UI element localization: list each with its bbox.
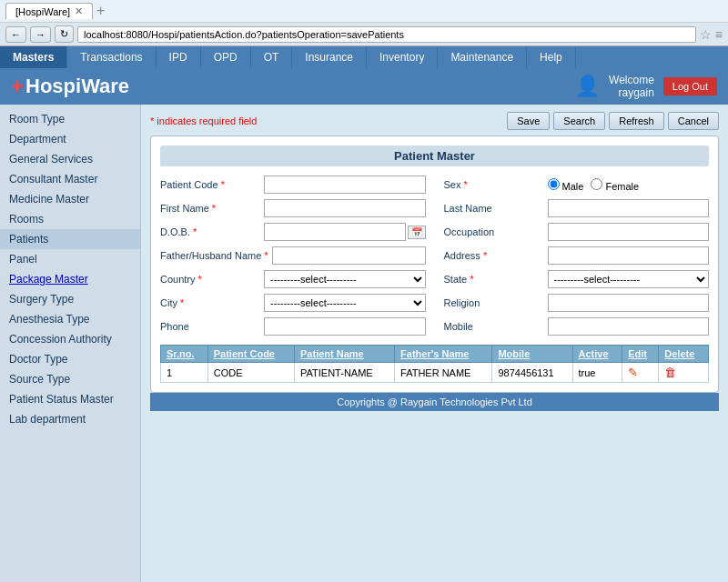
first-name-input[interactable]: [264, 199, 426, 217]
city-select[interactable]: ---------select---------: [264, 294, 426, 312]
sidebar-item-consultant-master[interactable]: Consultant Master: [0, 169, 140, 189]
cell-edit[interactable]: ✎: [622, 363, 659, 383]
nav-item-ot[interactable]: OT: [251, 46, 293, 68]
sidebar-item-lab-department[interactable]: Lab department: [0, 409, 140, 429]
male-radio[interactable]: [548, 178, 560, 190]
url-bar[interactable]: [77, 26, 696, 43]
sidebar-item-source-type[interactable]: Source Type: [0, 369, 140, 389]
col-fathers-name: Father's Name: [395, 346, 492, 363]
dob-input[interactable]: [264, 223, 406, 241]
refresh-button[interactable]: Refresh: [609, 112, 664, 130]
patient-code-label: Patient Code *: [160, 179, 260, 190]
browser-chrome: [HospiWare] ✕ + ← → ↻ ☆ ≡: [0, 0, 728, 46]
sidebar-item-patient-status-master[interactable]: Patient Status Master: [0, 389, 140, 409]
app-header: + HospiWare 👤 Welcome raygain Log Out: [0, 68, 728, 105]
state-label: State *: [444, 274, 544, 285]
address-row: Address *: [444, 246, 710, 265]
menu-icon[interactable]: ≡: [715, 27, 723, 42]
main-layout: Room Type Department General Services Co…: [0, 105, 728, 582]
action-buttons: Save Search Refresh Cancel: [507, 112, 719, 130]
father-name-label: Father/Husband Name *: [160, 250, 268, 261]
country-select[interactable]: ---------select---------: [264, 270, 426, 288]
last-name-row: Last Name: [444, 199, 710, 217]
tab-label: [HospiWare]: [15, 6, 70, 17]
required-notice-bar: * indicates required field Save Search R…: [150, 112, 719, 130]
patient-table: Sr.no. Patient Code Patient Name Father'…: [160, 345, 709, 383]
sidebar-item-anesthesia-type[interactable]: Anesthesia Type: [0, 309, 140, 329]
forward-button[interactable]: →: [30, 26, 51, 43]
sidebar-item-room-type[interactable]: Room Type: [0, 109, 140, 129]
last-name-label: Last Name: [444, 203, 544, 214]
sidebar-item-general-services[interactable]: General Services: [0, 149, 140, 169]
tab-close-icon[interactable]: ✕: [75, 5, 83, 17]
col-mobile: Mobile: [492, 346, 572, 363]
calendar-button[interactable]: 📅: [408, 226, 426, 239]
welcome-text: Welcome raygain: [609, 74, 654, 99]
occupation-input[interactable]: [548, 223, 710, 241]
mobile-label: Mobile: [444, 321, 544, 332]
nav-item-help[interactable]: Help: [527, 46, 576, 68]
sidebar-item-doctor-type[interactable]: Doctor Type: [0, 349, 140, 369]
sidebar-item-package-master[interactable]: Package Master: [0, 269, 140, 289]
dob-label: D.O.B. *: [160, 226, 260, 237]
father-name-input[interactable]: [272, 246, 426, 265]
content-area: * indicates required field Save Search R…: [141, 105, 728, 582]
sidebar-item-medicine-master[interactable]: Medicine Master: [0, 189, 140, 209]
required-notice-text: * indicates required field: [150, 115, 257, 126]
delete-icon[interactable]: 🗑: [664, 366, 676, 379]
cell-patient-name: PATIENT-NAME: [295, 363, 395, 383]
sidebar-item-patients[interactable]: Patients: [0, 229, 140, 249]
app-logo: + HospiWare: [11, 74, 129, 99]
occupation-label: Occupation: [444, 226, 544, 237]
footer: Copyrights @ Raygain Technologies Pvt Lt…: [150, 393, 719, 411]
nav-item-ipd[interactable]: IPD: [157, 46, 201, 68]
address-input[interactable]: [548, 246, 710, 265]
nav-item-transactions[interactable]: Transactions: [67, 46, 156, 68]
nav-item-insurance[interactable]: Insurance: [292, 46, 367, 68]
patient-code-row: Patient Code *: [160, 176, 426, 194]
religion-row: Religion: [444, 294, 710, 312]
mobile-row: Mobile: [444, 317, 710, 336]
logout-button[interactable]: Log Out: [663, 77, 717, 95]
refresh-button[interactable]: ↻: [55, 25, 74, 43]
last-name-input[interactable]: [548, 199, 710, 217]
sidebar-item-department[interactable]: Department: [0, 129, 140, 149]
state-select[interactable]: ---------select---------: [548, 270, 710, 288]
cell-fathers-name: FATHER NAME: [395, 363, 492, 383]
cell-patient-code: CODE: [207, 363, 294, 383]
nav-item-opd[interactable]: OPD: [201, 46, 251, 68]
sidebar-item-surgery-type[interactable]: Surgery Type: [0, 289, 140, 309]
sidebar-item-concession-authority[interactable]: Concession Authority: [0, 329, 140, 349]
phone-input[interactable]: [264, 317, 426, 336]
phone-label: Phone: [160, 321, 260, 332]
col-edit: Edit: [622, 346, 659, 363]
female-radio[interactable]: [591, 178, 602, 190]
edit-icon[interactable]: ✎: [628, 366, 638, 379]
occupation-row: Occupation: [444, 223, 710, 241]
cancel-button[interactable]: Cancel: [668, 112, 719, 130]
cell-delete[interactable]: 🗑: [659, 363, 709, 383]
save-button[interactable]: Save: [507, 112, 550, 130]
country-row: Country * ---------select---------: [160, 270, 426, 288]
nav-item-masters[interactable]: Masters: [0, 46, 67, 68]
user-avatar-icon: 👤: [575, 75, 600, 98]
bookmark-icon[interactable]: ☆: [700, 27, 712, 42]
patient-code-input[interactable]: [264, 176, 426, 194]
mobile-input[interactable]: [548, 317, 710, 336]
new-tab-icon[interactable]: +: [96, 3, 105, 19]
col-active: Active: [572, 346, 622, 363]
search-button[interactable]: Search: [553, 112, 605, 130]
sidebar-item-rooms[interactable]: Rooms: [0, 209, 140, 229]
cell-active: true: [572, 363, 622, 383]
cell-sr-no: 1: [161, 363, 208, 383]
phone-row: Phone: [160, 317, 426, 336]
nav-item-maintenance[interactable]: Maintenance: [438, 46, 527, 68]
religion-input[interactable]: [548, 294, 710, 312]
table-row: 1 CODE PATIENT-NAME FATHER NAME 98744561…: [161, 363, 709, 383]
back-button[interactable]: ←: [5, 26, 26, 43]
nav-item-inventory[interactable]: Inventory: [367, 46, 438, 68]
dob-row: D.O.B. * 📅: [160, 223, 426, 241]
browser-tab[interactable]: [HospiWare] ✕: [5, 3, 93, 19]
col-patient-code: Patient Code: [207, 346, 294, 363]
sidebar-item-panel[interactable]: Panel: [0, 249, 140, 269]
